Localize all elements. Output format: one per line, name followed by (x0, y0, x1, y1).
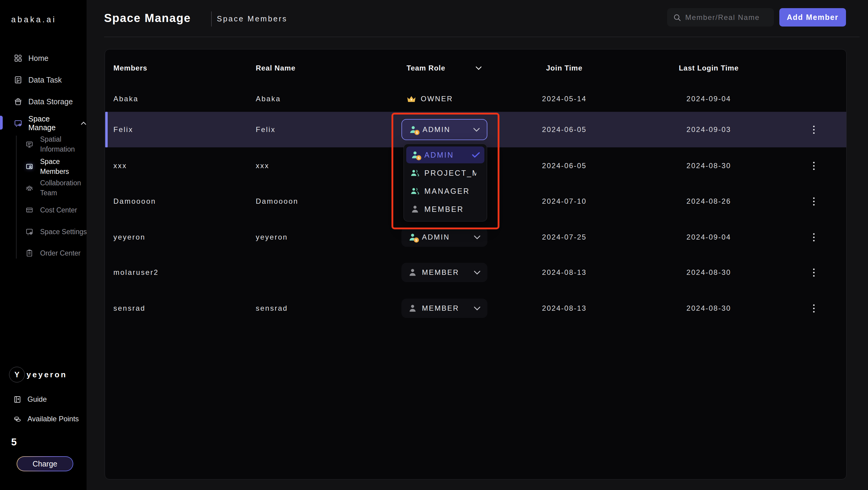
sidebar-item-order-center[interactable]: Order Center (25, 248, 81, 258)
sidebar-item-space-manage[interactable]: Space Manage (0, 115, 87, 132)
row-actions-menu[interactable] (808, 231, 820, 244)
join-time: 2024-06-05 (521, 125, 608, 134)
row-actions-menu[interactable] (808, 266, 820, 279)
sidebar-item-home[interactable]: Home (0, 50, 87, 67)
role-label: OWNER (421, 95, 453, 103)
home-grid-icon (14, 54, 22, 62)
join-time: 2024-05-14 (521, 95, 608, 103)
points-value: 5 (11, 436, 17, 448)
real-name: Damoooon (256, 197, 298, 205)
username: yeyeron (27, 370, 67, 380)
option-label: PROJECT_MA (424, 169, 476, 177)
last-login-time: 2024-09-04 (648, 233, 769, 241)
sidebar-item-label: Data Storage (28, 97, 73, 106)
order-center-clipboard-icon (25, 249, 33, 257)
member-role-icon (408, 304, 417, 313)
sidebar-item-cost-center[interactable]: Cost Center (25, 205, 77, 215)
page-title: Space Manage (104, 12, 191, 25)
dropdown-option-member[interactable]: MEMBER (406, 201, 484, 218)
member-name: Abaka (114, 95, 138, 103)
sidebar-item-space-members[interactable]: Space Members (25, 157, 87, 176)
member-search[interactable] (667, 8, 774, 27)
dropdown-option-manager[interactable]: MANAGER (406, 183, 484, 199)
role-label: MEMBER (422, 304, 459, 313)
table-row-molaruser2: molaruser2 MEMBER 2024-08-13 2024-08-30 (105, 255, 846, 290)
sidebar-item-data-task[interactable]: Data Task (0, 71, 87, 88)
member-role-icon (410, 205, 420, 214)
real-name: sensrad (256, 304, 288, 313)
admin-role-icon: S (409, 125, 418, 134)
charge-button[interactable]: Charge (17, 456, 73, 471)
column-header-label: Team Role (407, 64, 445, 72)
role-dropdown-menu: S ADMIN PROJECT_MA MANAGER (404, 144, 487, 222)
admin-role-icon: S (408, 233, 417, 242)
sidebar-item-label: Space Manage (28, 115, 71, 132)
join-time: 2024-08-13 (521, 304, 608, 313)
space-settings-icon (25, 228, 33, 236)
spatial-information-icon (25, 140, 33, 149)
sidebar-item-label: Available Points (27, 415, 79, 423)
member-name: yeyeron (114, 233, 145, 241)
title-divider (211, 11, 212, 27)
sidebar-item-label: Cost Center (40, 205, 77, 215)
breadcrumb: Space Members (217, 14, 287, 23)
chevron-down-icon (473, 235, 481, 239)
space-members-icon (25, 163, 33, 171)
row-actions-menu[interactable] (808, 195, 820, 208)
brand-logo: abaka.ai (11, 15, 56, 24)
sidebar: abaka.ai Home Data Task (0, 0, 87, 490)
row-actions-menu[interactable] (808, 123, 820, 136)
real-name: Abaka (256, 95, 281, 103)
row-actions-menu[interactable] (808, 159, 820, 172)
option-label: ADMIN (424, 151, 454, 159)
role-select[interactable]: MEMBER (401, 263, 487, 282)
last-login-time: 2024-08-26 (648, 197, 769, 205)
column-header-last-login: Last Login Time (648, 64, 769, 72)
option-label: MANAGER (424, 187, 470, 196)
chevron-down-icon[interactable] (475, 66, 482, 70)
role-select-open[interactable]: S ADMIN (401, 119, 487, 140)
role-label: ADMIN (423, 125, 450, 134)
role-select[interactable]: MEMBER (401, 299, 487, 318)
last-login-time: 2024-09-04 (648, 95, 769, 103)
check-icon (472, 152, 480, 158)
last-login-time: 2024-08-30 (648, 268, 769, 276)
sidebar-item-label: Spatial Information (40, 134, 87, 154)
role-owner: OWNER (407, 95, 453, 103)
sidebar-item-data-storage[interactable]: Data Storage (0, 93, 87, 110)
add-member-button[interactable]: Add Member (779, 8, 846, 27)
sidebar-item-guide[interactable]: Guide (0, 392, 87, 407)
sidebar-item-space-settings[interactable]: Space Settings (25, 227, 87, 237)
dropdown-option-project-manager[interactable]: PROJECT_MA (406, 165, 484, 182)
admin-role-icon: S (410, 151, 420, 159)
chevron-down-icon (473, 306, 481, 311)
app-root: abaka.ai Home Data Task (0, 0, 868, 490)
submenu-guide-line (16, 136, 17, 259)
guide-book-icon (13, 395, 22, 403)
real-name: yeyeron (256, 233, 288, 241)
chevron-down-icon (473, 270, 481, 275)
header-divider (104, 37, 860, 37)
members-table: Members Real Name Team Role Join Time La… (105, 49, 846, 480)
coins-icon (13, 415, 22, 423)
role-select[interactable]: S ADMIN (401, 228, 487, 247)
user-avatar[interactable]: Y (9, 367, 25, 383)
selected-row-accent (105, 112, 108, 148)
search-input[interactable] (685, 13, 779, 22)
sidebar-item-label: Data Task (28, 76, 62, 85)
member-name: molaruser2 (114, 268, 159, 276)
dropdown-option-admin[interactable]: S ADMIN (406, 146, 484, 163)
member-name: xxx (114, 162, 127, 170)
join-time: 2024-07-10 (521, 197, 608, 205)
sidebar-item-spatial-information[interactable]: Spatial Information (25, 134, 87, 154)
space-manage-icon (14, 119, 22, 128)
sidebar-item-available-points[interactable]: Available Points (0, 411, 87, 426)
sidebar-item-collaboration-team[interactable]: Collaboration Team (25, 178, 87, 198)
last-login-time: 2024-08-30 (648, 304, 769, 313)
managers-role-icon (410, 168, 420, 177)
storage-basket-icon (14, 97, 22, 106)
column-header-join-time: Join Time (521, 64, 608, 72)
join-time: 2024-07-25 (521, 233, 608, 241)
column-header-team-role: Team Role (407, 64, 445, 72)
row-actions-menu[interactable] (808, 302, 820, 315)
